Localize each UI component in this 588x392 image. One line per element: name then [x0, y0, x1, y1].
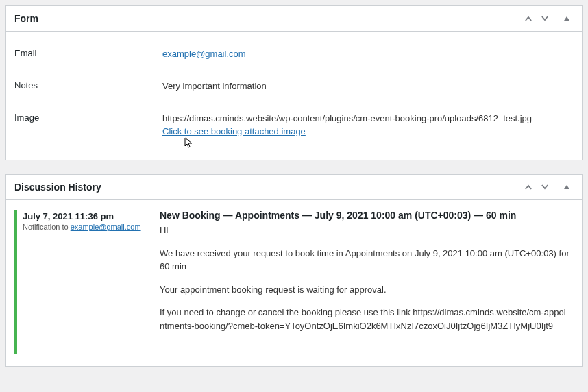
image-url-text: https://dimas.cminds.website/wp-content/… — [162, 113, 532, 123]
form-row-email: Email example@gmail.com — [14, 38, 574, 71]
history-sub: Notification to example@gmail.com — [23, 223, 160, 231]
toggle-collapse-icon[interactable] — [560, 12, 574, 25]
history-p4: If you need to change or cancel the book… — [160, 306, 569, 332]
history-meta: July 7, 2021 11:36 pm Notification to ex… — [23, 210, 160, 354]
move-up-icon[interactable] — [522, 12, 535, 25]
discussion-metabox: Discussion History July 7, 2021 11:36 pm… — [5, 174, 583, 367]
history-p2: We have received your request to book ti… — [160, 247, 569, 273]
email-link[interactable]: example@gmail.com — [162, 49, 246, 59]
toggle-collapse-icon[interactable] — [560, 180, 574, 194]
form-metabox: Form Email example@gmail.com Notes Very … — [5, 5, 583, 160]
form-row-image: Image https://dimas.cminds.website/wp-co… — [14, 103, 574, 148]
history-sub-email-link[interactable]: example@gmail.com — [71, 223, 141, 231]
history-p3: Your appointment booking request is wait… — [160, 283, 569, 297]
notes-label: Notes — [14, 80, 162, 93]
email-value: example@gmail.com — [162, 48, 574, 61]
email-label: Email — [14, 48, 162, 61]
history-sub-prefix: Notification to — [23, 223, 71, 231]
history-heading: New Booking — Appointments — July 9, 202… — [160, 210, 569, 221]
history-p1: Hi — [160, 223, 569, 237]
history-entry: July 7, 2021 11:36 pm Notification to ex… — [14, 210, 574, 354]
image-attachment-link[interactable]: Click to see booking attached image — [162, 126, 306, 136]
image-label: Image — [14, 112, 162, 138]
discussion-metabox-body: July 7, 2021 11:36 pm Notification to ex… — [6, 200, 582, 366]
move-down-icon[interactable] — [538, 12, 552, 25]
form-metabox-title: Form — [14, 13, 38, 24]
history-body: Hi We have received your request to book… — [160, 223, 569, 332]
history-content[interactable]: New Booking — Appointments — July 9, 202… — [160, 210, 574, 354]
form-metabox-header: Form — [6, 6, 582, 32]
image-value: https://dimas.cminds.website/wp-content/… — [162, 112, 574, 138]
form-metabox-controls — [522, 12, 574, 25]
history-date: July 7, 2021 11:36 pm — [23, 211, 160, 221]
discussion-metabox-controls — [522, 180, 574, 194]
form-row-notes: Notes Very important information — [14, 71, 574, 103]
discussion-metabox-title: Discussion History — [14, 182, 101, 193]
form-metabox-body: Email example@gmail.com Notes Very impor… — [6, 32, 582, 160]
move-down-icon[interactable] — [538, 180, 552, 194]
notes-value: Very important information — [162, 80, 574, 93]
discussion-metabox-header: Discussion History — [6, 175, 582, 200]
move-up-icon[interactable] — [522, 180, 535, 194]
cursor-icon — [184, 137, 194, 149]
